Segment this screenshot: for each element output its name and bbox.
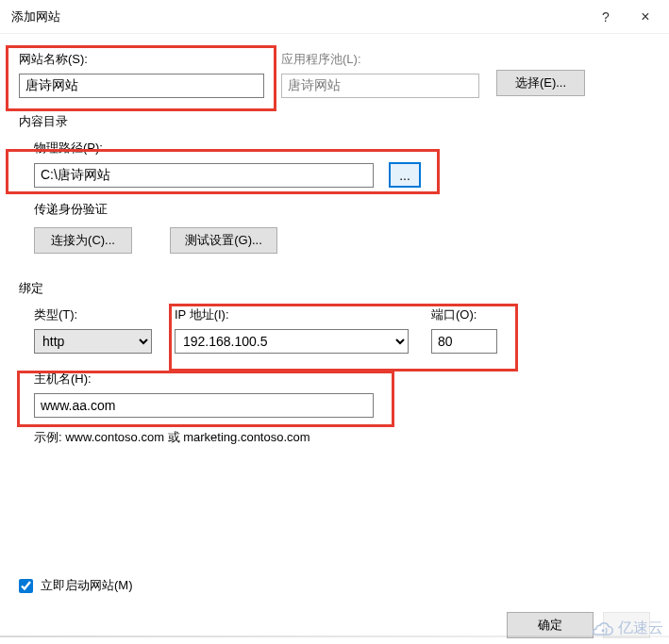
hostname-example: 示例: www.contoso.com 或 marketing.contoso.…	[34, 429, 374, 446]
close-icon[interactable]: ×	[626, 3, 665, 31]
ip-label: IP 地址(I):	[175, 306, 409, 323]
port-input[interactable]	[431, 329, 497, 354]
ok-button[interactable]: 确定	[507, 612, 594, 638]
browse-button[interactable]: ...	[389, 162, 421, 188]
test-settings-button[interactable]: 测试设置(G)...	[170, 227, 277, 254]
bottom-shadow	[0, 636, 669, 637]
app-pool-label: 应用程序池(L):	[281, 51, 479, 68]
site-name-label: 网站名称(S):	[19, 51, 264, 68]
content-dir-title: 内容目录	[19, 113, 650, 130]
site-name-input[interactable]	[19, 74, 264, 98]
binding-title: 绑定	[19, 280, 650, 297]
start-immediately-label: 立即启动网站(M)	[41, 577, 133, 594]
passthrough-title: 传递身份验证	[34, 201, 650, 218]
window-title: 添加网站	[11, 8, 60, 25]
hostname-label: 主机名(H):	[34, 371, 374, 388]
window-controls: ? ×	[586, 3, 665, 31]
dialog-footer: 确定	[0, 606, 669, 644]
type-label: 类型(T):	[34, 306, 152, 323]
start-immediately-checkbox[interactable]	[19, 579, 33, 593]
help-icon[interactable]: ?	[586, 3, 626, 31]
physical-path-label: 物理路径(P):	[34, 140, 650, 157]
cancel-button[interactable]	[603, 612, 650, 638]
physical-path-input[interactable]	[34, 163, 374, 188]
select-app-pool-button[interactable]: 选择(E)...	[496, 70, 585, 96]
app-pool-input	[281, 74, 479, 98]
port-label: 端口(O):	[431, 306, 497, 323]
title-bar: 添加网站 ? ×	[0, 0, 669, 34]
hostname-input[interactable]	[34, 393, 374, 418]
type-select[interactable]: http	[34, 329, 152, 354]
ip-select[interactable]: 192.168.100.5	[175, 329, 409, 354]
dialog-content: 网站名称(S): 应用程序池(L): 选择(E)... 内容目录 物理路径(P)…	[0, 34, 669, 446]
connect-as-button[interactable]: 连接为(C)...	[34, 227, 132, 254]
